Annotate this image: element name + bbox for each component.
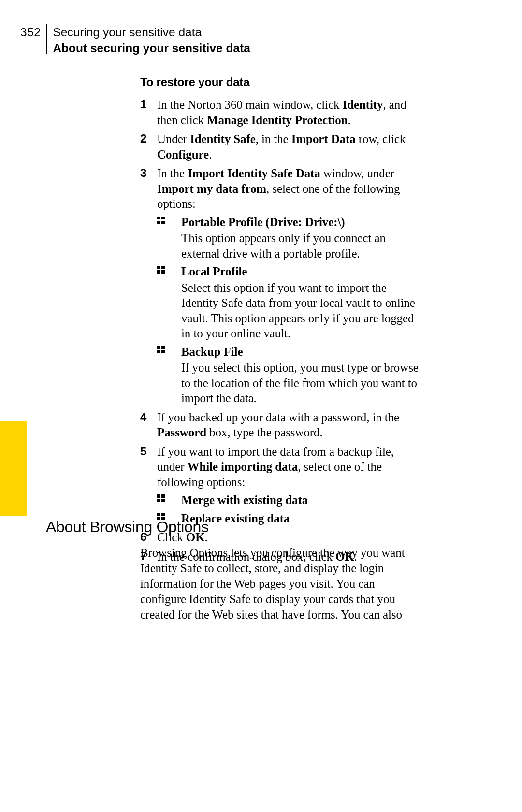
step-text: Under Identity Safe, in the Import Data … bbox=[157, 132, 406, 161]
step-text: In the Norton 360 main window, click Ide… bbox=[157, 98, 406, 127]
step-2: Under Identity Safe, in the Import Data … bbox=[140, 131, 420, 162]
square-bullet-icon bbox=[157, 266, 165, 274]
procedure-title: To restore your data bbox=[140, 75, 420, 89]
option-portable-profile: Portable Profile (Drive: Drive:\) This o… bbox=[157, 215, 420, 261]
square-bullet-icon bbox=[157, 494, 165, 502]
step-3: In the Import Identity Safe Data window,… bbox=[140, 166, 420, 406]
page-edge-tab bbox=[0, 421, 27, 516]
main-content: To restore your data In the Norton 360 m… bbox=[140, 75, 420, 568]
page-number: 352 bbox=[20, 24, 46, 40]
procedure-steps: In the Norton 360 main window, click Ide… bbox=[140, 97, 420, 564]
step-4: If you backed up your data with a passwo… bbox=[140, 410, 420, 440]
step-text: In the Import Identity Safe Data window,… bbox=[157, 167, 400, 210]
header-divider bbox=[46, 24, 47, 54]
square-bullet-icon bbox=[157, 217, 165, 224]
option-title: Backup File bbox=[181, 345, 243, 358]
option-desc: If you select this option, you must type… bbox=[181, 360, 420, 406]
step-text: If you want to import the data from a ba… bbox=[157, 445, 394, 489]
option-desc: Select this option if you want to import… bbox=[181, 280, 420, 341]
option-title: Portable Profile (Drive: Drive:\) bbox=[181, 216, 345, 229]
step-5: If you want to import the data from a ba… bbox=[140, 444, 420, 526]
option-title: Local Profile bbox=[181, 265, 247, 278]
chapter-title: Securing your sensitive data bbox=[53, 24, 250, 40]
option-local-profile: Local Profile Select this option if you … bbox=[157, 264, 420, 341]
heading-about-browsing-options: About Browsing Options bbox=[46, 518, 209, 536]
step-3-options: Portable Profile (Drive: Drive:\) This o… bbox=[157, 215, 420, 406]
header-titles: Securing your sensitive data About secur… bbox=[53, 24, 250, 56]
square-bullet-icon bbox=[157, 346, 165, 354]
browsing-options-paragraph: Browsing Options lets you configure the … bbox=[140, 545, 420, 623]
option-title: Merge with existing data bbox=[181, 493, 308, 507]
option-merge: Merge with existing data bbox=[157, 493, 420, 508]
step-text: If you backed up your data with a passwo… bbox=[157, 411, 399, 439]
section-title: About securing your sensitive data bbox=[53, 40, 250, 56]
option-desc: This option appears only if you connect … bbox=[181, 231, 420, 261]
step-1: In the Norton 360 main window, click Ide… bbox=[140, 97, 420, 128]
option-backup-file: Backup File If you select this option, y… bbox=[157, 344, 420, 406]
running-header: 352 Securing your sensitive data About s… bbox=[20, 24, 250, 56]
